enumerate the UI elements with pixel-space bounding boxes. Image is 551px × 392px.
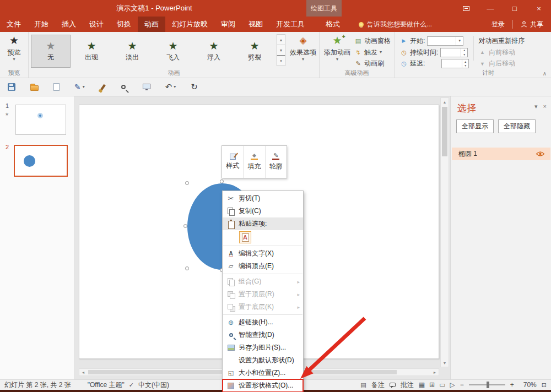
tell-me-box[interactable]: 告诉我您想要做什么... — [359, 17, 432, 32]
preview-button[interactable]: ★ 预览 ▾ — [2, 34, 26, 69]
zoom-slider[interactable] — [469, 384, 505, 385]
resize-handle-bottom-left[interactable] — [185, 266, 189, 270]
slideshow-tool-button[interactable] — [143, 84, 150, 91]
zoom-slider-thumb[interactable] — [487, 382, 489, 388]
animation-painter-button[interactable]: ✎ 动画刷 — [353, 58, 392, 69]
paste-keep-formatting-button[interactable]: A — [239, 231, 251, 243]
minimize-button[interactable]: — — [478, 0, 503, 17]
resize-handle-top-left[interactable] — [185, 181, 189, 185]
zoom-in-button[interactable]: + — [510, 381, 514, 389]
scroll-left-arrow-icon[interactable]: ◄ — [79, 369, 87, 375]
theme-name[interactable]: "Office 主题" — [88, 380, 125, 390]
scroll-down-arrow-icon[interactable]: ▼ — [441, 359, 449, 367]
collapse-ribbon-button[interactable]: ∧ — [543, 70, 547, 77]
animation-pane-button[interactable]: ▤ 动画窗格 — [353, 35, 392, 47]
animation-none[interactable]: ★ 无 — [31, 35, 71, 68]
gallery-more-button[interactable]: ▾ — [277, 55, 285, 66]
scroll-up-arrow-icon[interactable]: ▲ — [441, 98, 449, 106]
animation-split[interactable]: ★ 劈裂 — [235, 35, 274, 68]
spin-up-icon[interactable]: ▲ — [462, 59, 468, 64]
share-button[interactable]: 共享 — [513, 20, 551, 29]
ribbon-display-options-button[interactable] — [454, 0, 478, 17]
hide-all-button[interactable]: 全部隐藏 — [498, 119, 536, 133]
tab-format[interactable]: 格式 — [319, 17, 347, 32]
tab-file[interactable]: 文件 — [0, 17, 28, 32]
slide-sorter-view-button[interactable]: ⊞ — [429, 381, 435, 389]
tab-animations[interactable]: 动画 — [138, 17, 165, 32]
menu-item-hyperlink[interactable]: ⊕ 超链接(H)... — [223, 316, 303, 329]
ink-annotate-button[interactable]: ✎ ▾ — [74, 83, 85, 91]
chevron-down-icon[interactable]: ▾ — [456, 37, 463, 45]
duration-spinner[interactable]: ▲▼ — [440, 48, 468, 57]
vertical-scrollbar-thumb[interactable] — [442, 107, 447, 156]
delay-spinner[interactable]: ▲▼ — [441, 59, 469, 68]
tab-view[interactable]: 视图 — [242, 17, 269, 32]
slide-1-thumbnail[interactable] — [15, 105, 66, 135]
add-animation-button[interactable]: ★ + 添加动画 ▾ — [322, 34, 353, 69]
animation-floatin[interactable]: ★ 浮入 — [194, 35, 234, 68]
menu-item-size-and-position[interactable]: ◱ 大小和位置(Z)... — [223, 367, 303, 379]
spin-up-icon[interactable]: ▲ — [461, 48, 467, 53]
shape-fill-button[interactable]: ◆ 填充 — [244, 146, 265, 178]
menu-item-edit-points[interactable]: ▱ 编辑顶点(E) — [223, 260, 303, 273]
menu-item-smart-lookup[interactable]: 智能查找(D) — [223, 329, 303, 341]
pane-options-chevron-icon[interactable]: ▾ — [534, 103, 538, 110]
visibility-eye-icon[interactable] — [536, 151, 545, 157]
spin-down-icon[interactable]: ▼ — [462, 64, 468, 68]
menu-item-save-as-picture[interactable]: 另存为图片(S)... — [223, 341, 303, 354]
vertical-scrollbar[interactable]: ▲ ▼ — [440, 97, 449, 367]
slide-2-thumbnail[interactable] — [14, 145, 68, 177]
close-button[interactable]: × — [527, 0, 551, 17]
gallery-scroll-down-button[interactable]: ▼ — [277, 45, 285, 56]
tab-design[interactable]: 设计 — [83, 17, 110, 32]
menu-item-copy[interactable]: 复制(C) — [223, 205, 303, 217]
menu-item-cut[interactable]: ✂ 剪切(T) — [223, 192, 303, 205]
tab-home[interactable]: 开始 — [28, 17, 55, 32]
save-button[interactable] — [8, 83, 15, 91]
shape-style-button[interactable]: 样式 — [222, 146, 244, 178]
resize-handle-top-center[interactable] — [220, 179, 224, 183]
gallery-scroll-up-button[interactable]: ▲ — [277, 34, 285, 45]
move-later-button[interactable]: ▼ 向后移动 — [478, 58, 525, 69]
maximize-button[interactable]: □ — [503, 0, 527, 17]
show-all-button[interactable]: 全部显示 — [456, 119, 494, 133]
zoom-percentage[interactable]: 70% — [519, 381, 537, 389]
menu-item-edit-text[interactable]: A 编辑文字(X) — [223, 247, 303, 260]
pane-close-icon[interactable]: × — [543, 103, 547, 110]
animation-flyin[interactable]: ★ 飞入 — [153, 35, 193, 68]
notes-button[interactable]: 备注 — [371, 380, 385, 390]
shape-outline-button[interactable]: ✎ 轮廓 — [266, 146, 287, 178]
trigger-button[interactable]: ↯ 触发 ▾ — [353, 47, 392, 58]
zoom-tool-button[interactable] — [121, 85, 128, 89]
tab-insert[interactable]: 插入 — [55, 17, 83, 32]
zoom-out-button[interactable]: − — [460, 381, 464, 389]
tab-slideshow[interactable]: 幻灯片放映 — [165, 17, 214, 32]
animation-fade[interactable]: ★ 淡出 — [112, 35, 152, 68]
open-button[interactable] — [30, 83, 39, 91]
slideshow-view-button[interactable]: ▷ — [450, 381, 455, 389]
menu-item-set-default-shape[interactable]: 设置为默认形状(D) — [223, 354, 303, 367]
menu-item-format-shape[interactable]: 设置形状格式(O)... — [223, 379, 303, 392]
normal-view-button[interactable]: ▦ — [419, 381, 425, 389]
reading-view-button[interactable]: ▭ — [439, 381, 445, 389]
language-indicator[interactable]: 中文(中国) — [138, 380, 169, 390]
fit-to-window-icon[interactable]: ⊡ — [542, 382, 547, 389]
tab-developer[interactable]: 开发工具 — [269, 17, 311, 32]
undo-button[interactable]: ↶ ▾ — [165, 82, 176, 92]
spell-check-icon[interactable]: ✓ — [129, 382, 134, 389]
format-brush-button[interactable] — [100, 84, 106, 90]
new-document-button[interactable] — [53, 83, 60, 91]
effect-options-button[interactable]: ◈ 效果选项 ▾ — [288, 34, 318, 69]
scroll-right-arrow-icon[interactable]: ► — [431, 369, 439, 375]
selection-pane-item-oval1[interactable]: 椭圆 1 — [452, 148, 550, 160]
tab-transitions[interactable]: 切换 — [110, 17, 138, 32]
tab-review[interactable]: 审阅 — [214, 17, 242, 32]
move-earlier-button[interactable]: ▲ 向前移动 — [478, 47, 525, 58]
sign-in-button[interactable]: 登录 — [484, 20, 512, 29]
resize-handle-middle-left[interactable] — [183, 224, 187, 228]
animation-appear[interactable]: ★ 出现 — [72, 35, 111, 68]
comments-button[interactable]: 批注 — [401, 380, 414, 390]
start-combobox[interactable]: ▾ — [427, 36, 463, 46]
spin-down-icon[interactable]: ▼ — [461, 52, 467, 57]
redo-button[interactable]: ↻ — [191, 82, 198, 92]
